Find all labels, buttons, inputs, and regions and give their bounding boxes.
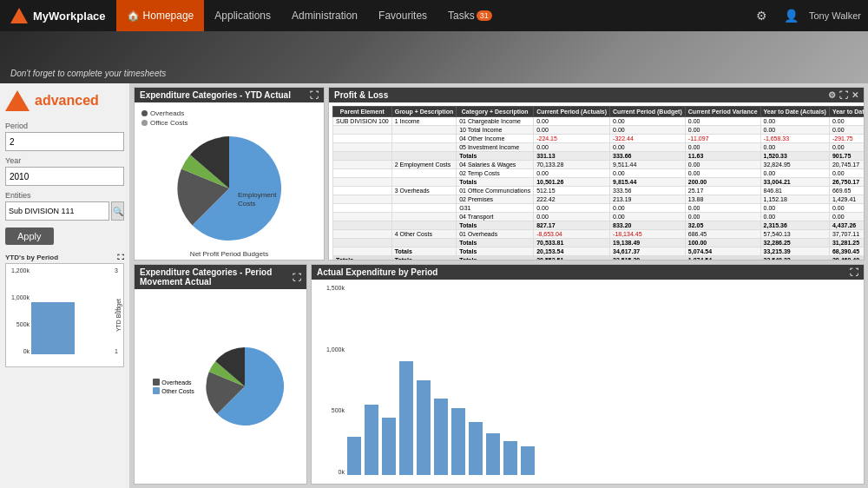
table-cell: 686.45 [685,230,760,239]
user-icon[interactable]: 👤 [779,3,804,28]
bar-5 [417,380,431,476]
table-cell: 11.63 [685,152,760,161]
table-row: SUB DIVISION 1001 Income01 Chargeable In… [333,117,865,126]
nav-favourites[interactable]: Favourites [368,0,437,31]
table-cell: 31,281.25 [829,239,864,247]
table-cell: 0.00 [685,213,760,221]
ytd-r-label-1: 1 [115,348,118,354]
entity-input[interactable] [5,201,109,221]
th-cp-act: Current Period (Actuals) [534,107,610,117]
table-cell: 9,815.44 [610,178,686,187]
actual-exp-header: Actual Expenditure by Period ⛶ [312,265,864,280]
table-cell [333,169,392,178]
table-cell: 20,553.51 [534,256,610,260]
table-cell: -8,653.04 [534,230,610,239]
table-cell: 333.66 [610,152,686,161]
table-cell: 0.00 [829,213,864,221]
actual-exp-expand-icon[interactable]: ⛶ [850,267,858,277]
table-cell [333,247,392,256]
sidebar-logo-text: advanced [35,93,99,109]
table-row: Totals70,533.8119,138.49100.0032,286.253… [333,239,865,247]
table-row: 02 Temp Costs0.000.000.000.000.000.00 [333,169,865,178]
exp-legend-overheads: Overheads [153,379,191,386]
table-cell [391,213,456,221]
table-cell [391,178,456,187]
entity-row: 🔍 [5,201,124,221]
table-cell: 0.00 [685,117,760,126]
table-cell [333,135,392,143]
bar-9 [486,433,500,475]
table-cell [391,169,456,178]
table-cell: 2 Employment Costs [391,161,456,169]
table-cell: -224.15 [534,135,610,143]
table-cell: 827.17 [534,221,610,230]
nav-applications[interactable]: Applications [204,0,281,31]
pie-bottom-value: 1,000,073.12 [209,258,250,260]
table-cell: 4,437.26 [829,221,864,230]
exp-overheads-dot [153,379,160,386]
actual-y-0: 0k [317,469,345,475]
table-row: 05 Investment Income0.000.000.000.000.00… [333,143,865,152]
table-cell: 901.75 [829,152,864,161]
pie-bottom-label: Net Profit Period Budgets [190,250,268,258]
table-cell [391,195,456,204]
table-row: G310.000.000.000.000.000.00 [333,204,865,213]
table-row: 2 Employment Costs04 Salaries & Wages70,… [333,161,865,169]
table-cell: 1,074.54 [685,256,760,260]
table-cell: 05 Investment Income [457,143,534,152]
th-cp-bud: Current Period (Budget) [610,107,686,117]
table-cell [333,152,392,161]
ytd-expand-icon[interactable]: ⛶ [117,254,124,261]
table-cell: 0.00 [534,169,610,178]
table-cell: -291.75 [829,135,864,143]
table-row: Totals10,501.269,815.44200.0033,004.2126… [333,178,865,187]
table-cell: 4 Other Costs [391,230,456,239]
table-cell: -11,097 [685,135,760,143]
apply-button[interactable]: Apply [5,228,54,245]
pl-close-icon[interactable]: ✕ [852,90,858,100]
pl-panel-icons: ⚙ ⛶ ✕ [828,90,858,100]
pl-expand-icon[interactable]: ⛶ [839,90,848,100]
table-cell: 0.00 [610,126,686,135]
entity-search-button[interactable]: 🔍 [111,201,124,221]
table-cell: 10 Total Income [457,126,534,135]
table-cell: 0.00 [534,204,610,213]
nav-homepage[interactable]: 🏠 Homepage [116,0,205,31]
app-name: MyWorkplace [33,10,106,23]
ytd-bar [31,302,75,354]
legend-overheads: Overheads [141,109,187,117]
table-cell: 5,074.54 [685,247,760,256]
bar-10 [503,441,517,475]
year-input[interactable] [5,167,124,186]
actual-bars-container [347,285,858,478]
table-cell: -1,658.33 [760,135,829,143]
ytd-y-label-3: 1,200k [11,267,30,274]
table-row: Totals331.13333.6611.631,520.33901.75556… [333,152,865,161]
actual-exp-chart-content: 1,500k 1,000k 500k 0k [312,280,864,484]
table-cell: 1,520.33 [760,152,829,161]
actual-y-1000: 1,000k [317,346,345,353]
exp-period-expand-icon[interactable]: ⛶ [293,273,301,282]
page-banner: Don't forget to complete your timesheets [0,31,868,83]
table-cell [333,187,392,195]
table-cell: 0.00 [829,204,864,213]
pl-settings-icon[interactable]: ⚙ [828,90,836,100]
app-logo[interactable]: MyWorkplace [7,8,116,23]
settings-icon[interactable]: ⚙ [750,3,774,28]
bottom-row: Expenditure Categories - Period Movement… [134,264,865,485]
pie-expand-icon[interactable]: ⛶ [310,90,319,100]
exp-period-panel: Expenditure Categories - Period Movement… [134,264,307,485]
nav-tasks[interactable]: Tasks 31 [437,0,503,31]
table-cell: 10,501.26 [534,178,610,187]
table-row: 04 Transport0.000.000.000.000.000.00 [333,213,865,221]
nav-administration[interactable]: Administration [281,0,368,31]
ytd-y-label-1: 500k [11,321,30,327]
period-input[interactable] [5,132,124,151]
table-cell: Totals [457,239,534,247]
actual-exp-icons: ⛶ [850,267,858,277]
table-cell: 70,533.81 [534,239,610,247]
table-cell: 0.00 [760,204,829,213]
table-cell: 33,215.39 [760,247,829,256]
table-row: TotalsTotalsTotals20,553.5123,515.301,07… [333,256,865,260]
table-cell [333,230,392,239]
